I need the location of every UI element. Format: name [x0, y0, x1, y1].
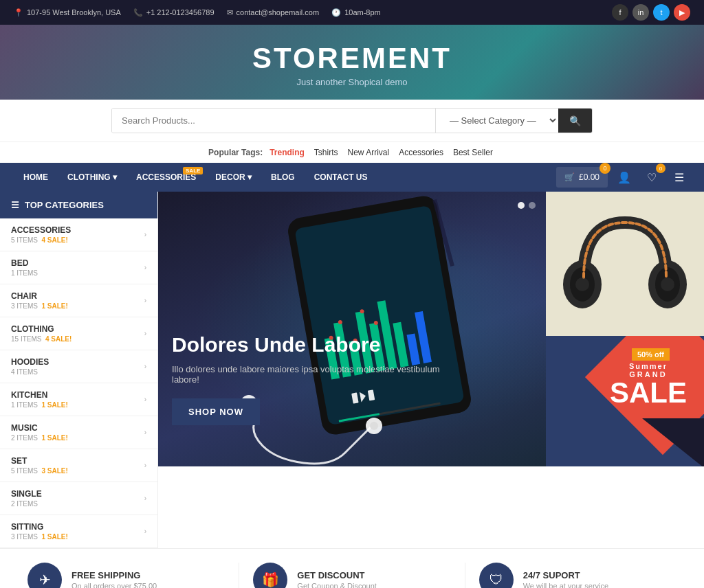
svg-point-30 [575, 278, 589, 291]
nav-home[interactable]: HOME [14, 163, 58, 192]
sidebar-item-accessories[interactable]: ACCESSORIES 5 ITEMS 4 SALE! › [0, 218, 157, 251]
chevron-right-icon: › [144, 330, 146, 337]
tag-accessories[interactable]: Accessories [396, 146, 446, 159]
popular-tags: Popular Tags: Trending Tshirts New Arriv… [0, 142, 704, 163]
nav-clothing[interactable]: CLOTHING ▾ [58, 163, 126, 192]
popular-tags-label: Popular Tags: [208, 148, 263, 157]
feature-discount: 🎁 GET DISCOUNT Get Coupon & Discount [239, 563, 465, 588]
nav-contact[interactable]: CONTACT US [305, 163, 377, 192]
nav-left: HOME CLOTHING ▾ ACCESSORIES SALE DECOR ▾… [14, 163, 377, 192]
features-bar: ✈ FREE SHIPPING On all orders over $75.0… [0, 548, 704, 588]
search-input[interactable] [112, 109, 435, 133]
sidebar-item-kitchen[interactable]: KITCHEN 1 ITEMS 1 SALE! › [0, 383, 157, 416]
hero-bg [158, 192, 546, 466]
instagram-icon[interactable]: in [632, 4, 649, 21]
search-wrapper: — Select Category — Accessories Clothing… [111, 108, 593, 133]
site-subtitle: Just another Shopical demo [14, 77, 690, 87]
nav-accessories[interactable]: ACCESSORIES SALE [126, 163, 206, 192]
sale-banner: 50% off Summer GRAND SALE [546, 336, 704, 466]
feature-support-desc: We will be at your service [523, 582, 609, 589]
hero-desc: Illo dolores unde labore maiores ipsa vo… [172, 364, 447, 385]
chevron-right-icon: › [144, 462, 146, 469]
search-bar: — Select Category — Accessories Clothing… [0, 100, 704, 142]
dot-2[interactable] [529, 202, 536, 209]
sidebar-item-chair[interactable]: CHAIR 3 ITEMS 1 SALE! › [0, 284, 157, 317]
feature-discount-title: GET DISCOUNT [297, 570, 377, 580]
menu-button[interactable]: ☰ [668, 166, 690, 188]
support-icon: 🛡 [479, 563, 514, 588]
chevron-right-icon: › [144, 396, 146, 403]
email-icon: ✉ [227, 8, 233, 17]
headphones-banner [546, 192, 704, 336]
sidebar-item-set[interactable]: SET 5 ITEMS 3 SALE! › [0, 449, 157, 482]
nav-blog[interactable]: BLOG [261, 163, 305, 192]
site-header: STOREMENT Just another Shopical demo [0, 25, 704, 100]
tag-new-arrival[interactable]: New Arrival [345, 146, 393, 159]
chevron-right-icon: › [144, 231, 146, 238]
sidebar-item-single[interactable]: SINGLE 2 ITEMS › [0, 482, 157, 515]
tag-trending[interactable]: Trending [267, 146, 307, 159]
twitter-icon[interactable]: t [653, 4, 670, 21]
category-select[interactable]: — Select Category — Accessories Clothing… [436, 109, 558, 133]
social-links: f in t ▶ [612, 4, 690, 21]
sale-triangle [642, 418, 704, 466]
phone-icon: 📞 [133, 8, 143, 17]
chevron-right-icon: › [144, 429, 146, 436]
sidebar: ☰ TOP CATEGORIES ACCESSORIES 5 ITEMS 4 S… [0, 192, 158, 548]
cart-count: 0 [600, 163, 610, 174]
nav-decor[interactable]: DECOR ▾ [206, 163, 261, 192]
chevron-right-icon: › [144, 495, 146, 502]
hours: 🕐 10am-8pm [331, 8, 381, 17]
feature-shipping-desc: On all orders over $75.00 [72, 582, 157, 589]
feature-discount-desc: Get Coupon & Discount [297, 582, 377, 589]
address: 📍 107-95 West Brooklyn, USA [14, 8, 121, 17]
sale-text: Summer GRAND SALE [610, 362, 687, 407]
hero-title: Dolores Unde Labore [172, 332, 447, 357]
sidebar-item-clothing[interactable]: CLOTHING 15 ITEMS 4 SALE! › [0, 317, 157, 350]
svg-point-31 [661, 278, 674, 291]
top-bar-left: 📍 107-95 West Brooklyn, USA 📞 +1 212-012… [14, 8, 381, 17]
wishlist-button[interactable]: ♡ 0 [641, 166, 663, 188]
dot-1[interactable] [518, 202, 525, 209]
hero-area: Dolores Unde Labore Illo dolores unde la… [158, 192, 546, 548]
discount-icon: 🎁 [253, 563, 287, 588]
sale-badge: SALE [183, 167, 203, 174]
nav-right: 🛒 0 £0.00 👤 ♡ 0 ☰ [556, 166, 690, 188]
cart-icon: 🛒 [564, 172, 575, 182]
feature-shipping: ✈ FREE SHIPPING On all orders over $75.0… [14, 563, 239, 588]
headphones-image [556, 202, 694, 326]
search-button[interactable]: 🔍 [558, 109, 592, 133]
cart-price: £0.00 [579, 172, 600, 182]
sidebar-item-hoodies[interactable]: HOODIES 4 ITEMS › [0, 350, 157, 383]
chevron-right-icon: › [144, 297, 146, 304]
hero-content: Dolores Unde Labore Illo dolores unde la… [172, 332, 447, 425]
percent-tag: 50% off [632, 348, 670, 361]
chevron-right-icon: › [144, 264, 146, 271]
sidebar-item-music[interactable]: MUSIC 2 ITEMS 1 SALE! › [0, 416, 157, 449]
slider-dots[interactable] [518, 202, 536, 209]
youtube-icon[interactable]: ▶ [674, 4, 690, 21]
wishlist-count: 0 [656, 163, 666, 173]
sidebar-item-sitting[interactable]: SITTING 3 ITEMS 1 SALE! › [0, 515, 157, 548]
sidebar-item-bed[interactable]: BED 1 ITEMS › [0, 251, 157, 284]
list-icon: ☰ [11, 200, 19, 210]
phone: 📞 +1 212-0123456789 [133, 8, 214, 17]
feature-support: 🛡 24/7 SUPORT We will be at your service [465, 563, 690, 588]
email: ✉ contact@shopemail.com [227, 8, 320, 17]
right-banners: 50% off Summer GRAND SALE [546, 192, 704, 548]
feature-shipping-title: FREE SHIPPING [72, 570, 157, 580]
chevron-right-icon: › [144, 528, 146, 535]
shop-now-button[interactable]: SHOP NOW [172, 398, 260, 425]
main-content: ☰ TOP CATEGORIES ACCESSORIES 5 ITEMS 4 S… [0, 192, 704, 548]
pin-icon: 📍 [14, 8, 23, 17]
clock-icon: 🕐 [331, 8, 341, 17]
tag-tshirts[interactable]: Tshirts [311, 146, 341, 159]
facebook-icon[interactable]: f [612, 4, 628, 21]
sidebar-title: ☰ TOP CATEGORIES [0, 192, 157, 218]
tag-best-seller[interactable]: Best Seller [450, 146, 496, 159]
chevron-right-icon: › [144, 363, 146, 370]
site-title: STOREMENT [14, 42, 690, 75]
cart-button[interactable]: 🛒 0 £0.00 [556, 167, 608, 188]
top-bar: 📍 107-95 West Brooklyn, USA 📞 +1 212-012… [0, 0, 704, 25]
account-button[interactable]: 👤 [613, 166, 635, 188]
